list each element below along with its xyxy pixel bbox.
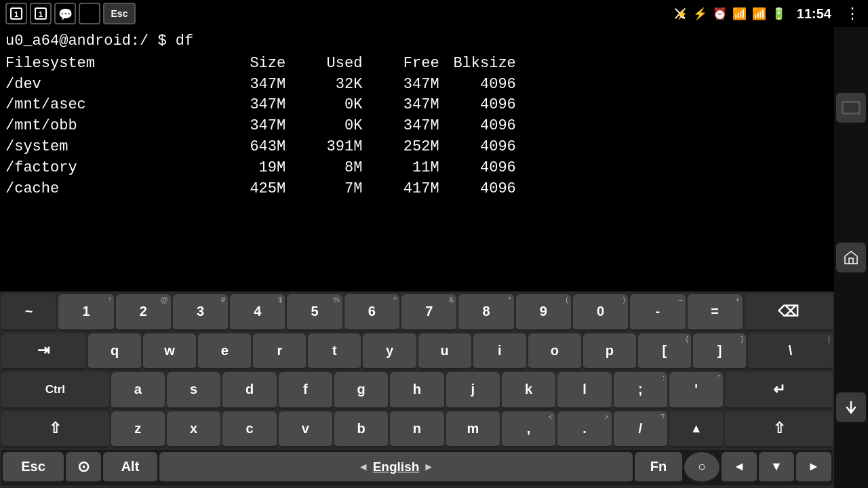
nav-back-button[interactable]	[836, 93, 866, 123]
key-quote[interactable]: '"	[669, 372, 723, 409]
keyboard-row-asdf: Ctrl a s d f g h j k l ;: '" ↵	[1, 372, 833, 409]
key-language[interactable]: ◄ English ►	[159, 452, 633, 483]
app-icon-2[interactable]: 1	[30, 3, 52, 24]
key-z[interactable]: z	[111, 411, 165, 449]
key-u[interactable]: u	[418, 333, 471, 371]
key-4[interactable]: 4$	[230, 294, 285, 331]
key-h[interactable]: h	[390, 372, 443, 409]
key-backspace[interactable]: ⌫	[745, 294, 833, 331]
keyboard-row-qwerty: ⇥ q w e r t y u i o p [{ ]} \|	[1, 333, 833, 371]
terminal-row-system: /system 643M 391M 252M 4096	[5, 137, 829, 158]
svg-text:💬: 💬	[58, 7, 72, 20]
key-d[interactable]: d	[222, 372, 276, 409]
clock: 11:54	[797, 6, 831, 22]
key-settings[interactable]: ⊙	[66, 452, 101, 483]
key-f[interactable]: f	[279, 372, 332, 409]
key-shift-left[interactable]: ⇧	[1, 411, 109, 449]
nav-down-button[interactable]	[836, 392, 866, 422]
bluetooth-icon: ⚡	[673, 6, 688, 21]
key-esc[interactable]: Esc	[3, 452, 64, 483]
key-c[interactable]: c	[222, 411, 276, 449]
key-backslash[interactable]: \|	[748, 333, 833, 371]
key-tilde[interactable]: ~	[1, 294, 56, 331]
key-o[interactable]: o	[528, 333, 581, 371]
key-lbracket[interactable]: [{	[638, 333, 691, 371]
key-m[interactable]: m	[446, 411, 500, 449]
terminal-row-dev: /dev 347M 32K 347M 4096	[5, 75, 829, 96]
keyboard: ~ 1! 2@ 3# 4$ 5% 6^ 7& 8* 9( 0) -– =+ ⌫ …	[0, 291, 834, 488]
key-equals[interactable]: =+	[688, 294, 743, 331]
overflow-menu[interactable]: ⋮	[845, 5, 860, 22]
chat-icon[interactable]: 💬	[54, 3, 76, 24]
key-r[interactable]: r	[253, 333, 306, 371]
key-shift-right[interactable]: ⇧	[725, 411, 833, 449]
alarm-icon: ⏰	[713, 7, 727, 21]
terminal: u0_a64@android:/ $ df Filesystem Size Us…	[0, 27, 834, 291]
svg-text:1: 1	[14, 10, 18, 18]
key-g[interactable]: g	[334, 372, 388, 409]
key-2[interactable]: 2@	[116, 294, 171, 331]
key-9[interactable]: 9(	[516, 294, 571, 331]
key-y[interactable]: y	[363, 333, 416, 371]
key-b[interactable]: b	[334, 411, 388, 449]
key-i[interactable]: i	[473, 333, 526, 371]
status-bar: 1 1 💬 ✉ Esc ⚡ ⚡ ⏰ 📶 📶 🔋 11:54 ⋮	[0, 0, 868, 27]
key-p[interactable]: p	[583, 333, 636, 371]
key-t[interactable]: t	[308, 333, 361, 371]
key-ctrl[interactable]: Ctrl	[1, 372, 109, 409]
key-rbracket[interactable]: ]}	[693, 333, 746, 371]
key-period[interactable]: .>	[557, 411, 611, 449]
key-7[interactable]: 7&	[401, 294, 456, 331]
status-icons: ⚡ ⚡ ⏰ 📶 📶 🔋 11:54 ⋮	[673, 5, 860, 22]
key-minus[interactable]: -–	[630, 294, 685, 331]
key-comma[interactable]: ,<	[502, 411, 555, 449]
key-8[interactable]: 8*	[458, 294, 513, 331]
key-a[interactable]: a	[111, 372, 165, 409]
terminal-prompt: u0_a64@android:/ $ df	[5, 31, 829, 52]
key-6[interactable]: 6^	[344, 294, 399, 331]
key-l[interactable]: l	[557, 372, 611, 409]
key-nav-right[interactable]: ►	[796, 452, 831, 483]
key-0[interactable]: 0)	[573, 294, 628, 331]
keyboard-bottom-row: Esc ⊙ Alt ◄ English ► Fn ○ ◄ ▼ ►	[1, 450, 833, 485]
key-1[interactable]: 1!	[58, 294, 113, 331]
key-j[interactable]: j	[446, 372, 500, 409]
signal-icon: 📶	[752, 7, 766, 21]
key-3[interactable]: 3#	[173, 294, 228, 331]
key-n[interactable]: n	[390, 411, 443, 449]
language-label: English	[373, 460, 420, 474]
key-5[interactable]: 5%	[287, 294, 342, 331]
mail-icon[interactable]: ✉	[79, 3, 100, 24]
terminal-row-asec: /mnt/asec 347M 0K 347M 4096	[5, 95, 829, 116]
key-alt[interactable]: Alt	[103, 452, 157, 483]
key-slash[interactable]: /?	[614, 411, 667, 449]
key-s[interactable]: s	[167, 372, 220, 409]
key-k[interactable]: k	[502, 372, 555, 409]
key-w[interactable]: w	[143, 333, 196, 371]
app-icon-1[interactable]: 1	[5, 3, 27, 24]
lang-prev-icon[interactable]: ◄	[358, 461, 369, 473]
key-enter[interactable]: ↵	[725, 372, 833, 409]
key-e[interactable]: e	[198, 333, 251, 371]
nav-home-button[interactable]	[836, 243, 866, 272]
svg-text:⚡: ⚡	[675, 8, 688, 20]
key-x[interactable]: x	[167, 411, 220, 449]
lang-next-icon[interactable]: ►	[423, 461, 434, 473]
svg-text:✉: ✉	[83, 8, 92, 20]
key-fn[interactable]: Fn	[635, 452, 682, 483]
top-icons: 1 1 💬 ✉ Esc	[0, 0, 141, 27]
key-q[interactable]: q	[88, 333, 141, 371]
key-semicolon[interactable]: ;:	[614, 372, 667, 409]
key-nav-down[interactable]: ▼	[759, 452, 794, 483]
right-nav	[834, 27, 868, 488]
terminal-row-obb: /mnt/obb 347M 0K 347M 4096	[5, 116, 829, 137]
keyboard-row-numbers: ~ 1! 2@ 3# 4$ 5% 6^ 7& 8* 9( 0) -– =+ ⌫	[1, 294, 833, 331]
terminal-row-factory: /factory 19M 8M 11M 4096	[5, 158, 829, 179]
key-tab[interactable]: ⇥	[1, 333, 86, 371]
key-v[interactable]: v	[279, 411, 332, 449]
key-home-circle[interactable]: ○	[684, 452, 719, 483]
key-up[interactable]: ▲	[669, 411, 723, 449]
key-nav-left[interactable]: ◄	[722, 452, 757, 483]
esc-top-icon[interactable]: Esc	[103, 3, 136, 24]
svg-rect-8	[844, 103, 859, 113]
